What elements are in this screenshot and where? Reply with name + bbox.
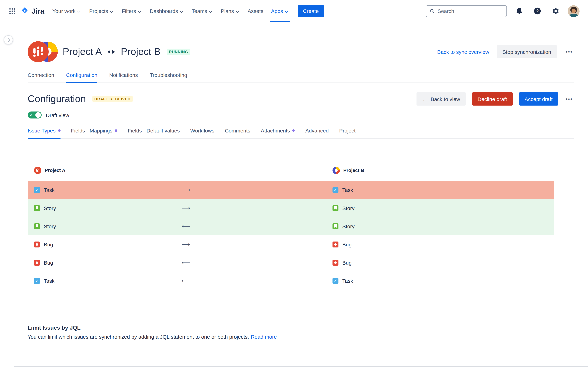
chevron-down-icon (179, 8, 184, 13)
project-b-icon (332, 167, 340, 174)
subtab-fields-default-values[interactable]: Fields - Default values (128, 128, 180, 138)
sync-direction-arrow: ⟶ (182, 199, 190, 217)
draft-received-badge: DRAFT RECEIVED (92, 96, 133, 102)
tab-notifications[interactable]: Notifications (109, 72, 138, 83)
configuration-heading: Configuration (28, 93, 86, 105)
bug-icon (34, 241, 40, 247)
stop-synchronization-button[interactable]: Stop synchronization (497, 45, 557, 58)
decline-draft-button[interactable]: Decline draft (472, 92, 513, 106)
header-more-options-button[interactable] (564, 48, 574, 56)
nav-item-filters[interactable]: Filters (118, 0, 146, 22)
sync-direction-arrow: ⟵ (182, 217, 190, 235)
nav-item-label: Projects (89, 8, 108, 14)
subtab-label: Issue Types (28, 128, 56, 133)
subtab-advanced[interactable]: Advanced (305, 128, 329, 138)
subtab-comments[interactable]: Comments (225, 128, 250, 138)
configuration-header-row: Configuration DRAFT RECEIVED Back to vie… (28, 92, 574, 106)
nav-item-label: Apps (271, 8, 283, 14)
sync-direction-arrow: ⟵ (182, 272, 190, 290)
read-more-link[interactable]: Read more (251, 334, 277, 340)
project-a-name: Project A (63, 46, 102, 57)
jql-description-text: You can limit which issues are synchroni… (28, 334, 249, 340)
issue-type-label: Task (342, 187, 353, 193)
subtab-issue-types[interactable]: Issue Types (28, 128, 61, 138)
bell-icon (515, 7, 523, 15)
subtab-label: Comments (225, 128, 250, 133)
nav-item-projects[interactable]: Projects (85, 0, 118, 22)
window-bottom-edge (0, 366, 588, 367)
back-to-sync-overview-link[interactable]: Back to sync overview (437, 49, 489, 55)
mapping-row-story-to-story[interactable]: Story ⟶ Story (28, 199, 554, 217)
changes-dot-icon (293, 129, 295, 132)
target-issue-type: Task (332, 181, 353, 199)
sync-direction-arrow: ⟶ (182, 235, 190, 253)
subtab-workflows[interactable]: Workflows (190, 128, 214, 138)
tab-configuration[interactable]: Configuration (66, 72, 97, 83)
nav-item-label: Plans (221, 8, 234, 14)
source-issue-type: Bug (34, 253, 53, 272)
tab-connection[interactable]: Connection (28, 72, 54, 83)
issue-type-label: Bug (342, 259, 352, 266)
jira-logo-icon (20, 7, 29, 15)
accept-draft-button[interactable]: Accept draft (519, 92, 558, 106)
configuration-subtabs: Issue Types Fields - Mappings Fields - D… (28, 128, 574, 139)
avatar-photo (568, 5, 579, 17)
jira-brand-text: Jira (32, 7, 44, 15)
search-icon (429, 8, 435, 14)
main-content: Project A Project B RUNNING Back to sync… (14, 41, 588, 340)
subtab-attachments[interactable]: Attachments (261, 128, 295, 138)
nav-item-apps[interactable]: Apps (267, 0, 293, 22)
task-icon (34, 187, 40, 193)
ellipsis-icon (566, 49, 573, 55)
subtab-project[interactable]: Project (339, 128, 355, 138)
draft-view-toggle[interactable] (28, 111, 42, 118)
target-issue-type: Story (332, 217, 355, 235)
settings-button[interactable] (550, 5, 562, 17)
tab-troubleshooting[interactable]: Troubleshooting (150, 72, 187, 83)
subtab-label: Attachments (261, 128, 290, 133)
issue-type-label: Task (44, 187, 55, 193)
subtab-label: Workflows (190, 128, 214, 133)
target-issue-type: Bug (332, 253, 352, 272)
project-b-column-header: Project B (332, 167, 364, 174)
subtab-fields-mappings[interactable]: Fields - Mappings (71, 128, 117, 138)
mapping-row-bug-to-bug[interactable]: Bug ⟶ Bug (28, 235, 554, 253)
create-button[interactable]: Create (298, 5, 324, 17)
nav-item-label: Teams (192, 8, 207, 14)
task-icon (332, 187, 338, 193)
help-button[interactable]: ? (531, 5, 543, 17)
nav-item-teams[interactable]: Teams (188, 0, 217, 22)
nav-item-your-work[interactable]: Your work (49, 0, 85, 22)
mapping-row-story-from-story[interactable]: Story ⟵ Story (28, 217, 554, 235)
issue-type-label: Bug (44, 241, 53, 247)
source-issue-type: Task (34, 181, 55, 199)
search-input[interactable] (438, 8, 503, 14)
issue-type-label: Task (342, 278, 353, 284)
mapping-row-task-from-task[interactable]: Task ⟵ Task (28, 272, 554, 290)
configuration-more-options-button[interactable] (564, 95, 574, 103)
project-a-column-header: Project A (34, 167, 65, 174)
sync-app-logo (28, 41, 59, 62)
story-icon (34, 205, 40, 211)
jira-home-link[interactable]: Jira (20, 7, 44, 15)
story-icon (332, 205, 338, 211)
nav-item-plans[interactable]: Plans (217, 0, 244, 22)
project-a-icon (34, 167, 41, 174)
mapping-row-bug-from-bug[interactable]: Bug ⟵ Bug (28, 253, 554, 272)
ellipsis-icon (566, 96, 573, 102)
mapping-row-task-to-task[interactable]: Task ⟶ Task (28, 181, 554, 199)
changes-dot-icon (58, 129, 61, 132)
notifications-button[interactable] (513, 5, 525, 17)
nav-item-assets[interactable]: Assets (244, 0, 267, 22)
nav-item-dashboards[interactable]: Dashboards (146, 0, 188, 22)
expand-sidebar-button[interactable] (4, 35, 13, 44)
app-switcher-button[interactable] (6, 5, 18, 17)
source-issue-type: Story (34, 199, 56, 217)
help-icon: ? (533, 7, 541, 15)
user-avatar[interactable] (568, 5, 579, 17)
issue-type-label: Bug (342, 241, 352, 247)
project-a-column-label: Project A (45, 168, 65, 173)
back-to-view-button[interactable]: Back to view (417, 92, 466, 106)
project-a-logo-icon (28, 41, 49, 62)
search-box[interactable] (426, 5, 507, 17)
